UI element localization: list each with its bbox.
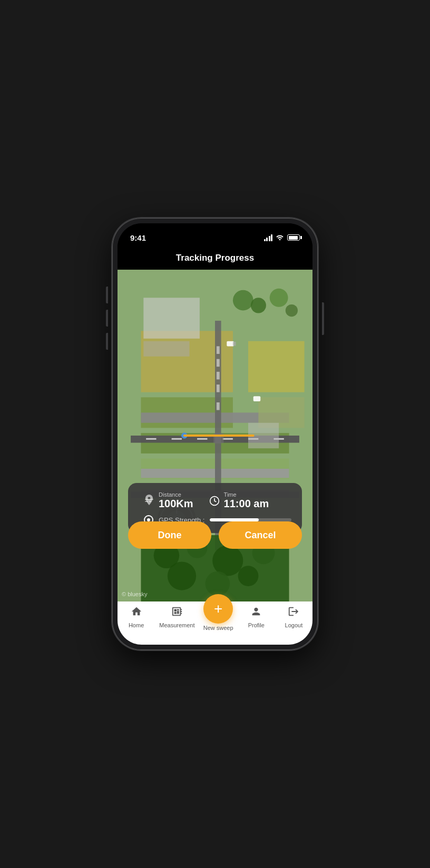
info-stats: Distance 100Km Time 11:00 am [144,491,291,510]
distance-value: 100Km [159,498,193,510]
status-icons [264,234,300,242]
svg-rect-17 [143,298,200,339]
svg-rect-9 [146,438,156,440]
time-stat: Time 11:00 am [209,491,269,510]
cancel-button[interactable]: Cancel [219,521,302,549]
svg-point-21 [270,289,288,307]
plus-icon: + [214,600,222,617]
svg-rect-53 [145,499,153,500]
svg-rect-42 [213,433,223,443]
battery-icon [287,234,300,241]
svg-rect-12 [223,438,233,440]
location-pin-icon [144,495,154,507]
map-watermark: © bluesky [122,591,147,597]
notch [181,223,249,238]
distance-stat: Distance 100Km [144,491,193,510]
nav-label-new-sweep: New sweep [203,625,233,631]
nav-item-new-sweep[interactable]: + New sweep [203,594,233,631]
home-icon [131,606,142,620]
measurement-icon [171,606,183,620]
svg-rect-41 [217,402,220,410]
svg-rect-55 [149,501,151,502]
svg-point-22 [286,304,298,317]
bottom-nav: Home Measurement + New sweep Profile [118,601,312,645]
svg-rect-34 [227,341,234,347]
distance-label: Distance [159,491,193,498]
map-area[interactable]: © bluesky Distance 100Km [118,270,312,601]
page-title: Tracking Progress [176,253,254,263]
new-sweep-button[interactable]: + [203,594,233,624]
svg-rect-40 [217,384,220,392]
svg-point-19 [233,290,253,311]
svg-rect-10 [172,438,182,440]
svg-rect-37 [217,346,220,354]
nav-label-measurement: Measurement [159,622,194,628]
map-satellite [118,270,312,601]
app-header: Tracking Progress [118,246,312,270]
svg-rect-35 [233,342,236,346]
svg-rect-36 [253,396,261,401]
nav-label-home: Home [129,622,144,628]
time-info: Time 11:00 am [224,491,269,510]
nav-item-home[interactable]: Home [122,606,151,628]
nav-label-logout: Logout [285,622,303,628]
svg-rect-39 [217,372,220,380]
svg-rect-31 [248,341,305,392]
svg-point-30 [238,566,259,586]
svg-rect-11 [197,438,207,440]
time-value: 11:00 am [224,498,269,510]
phone-screen: 9:41 Tracking Progre [118,223,312,645]
svg-point-20 [251,298,266,313]
profile-icon [250,606,262,620]
action-buttons: Done Cancel [128,521,302,549]
time-label: Time [224,491,269,498]
wifi-icon [276,234,284,242]
nav-item-measurement[interactable]: Measurement [159,606,194,628]
clock-icon [209,496,220,506]
svg-point-26 [212,545,243,576]
svg-rect-18 [143,341,189,357]
signal-icon [264,234,273,241]
svg-rect-54 [145,501,148,502]
nav-item-logout[interactable]: Logout [279,606,308,628]
nav-label-profile: Profile [248,622,265,628]
svg-point-28 [168,561,196,590]
status-time: 9:41 [130,233,146,242]
logout-icon [288,606,299,620]
phone-frame: 9:41 Tracking Progre [112,218,318,650]
done-button[interactable]: Done [128,521,211,549]
nav-item-profile[interactable]: Profile [242,606,271,628]
svg-point-29 [206,571,230,596]
svg-rect-38 [217,359,220,367]
distance-info: Distance 100Km [159,491,193,510]
